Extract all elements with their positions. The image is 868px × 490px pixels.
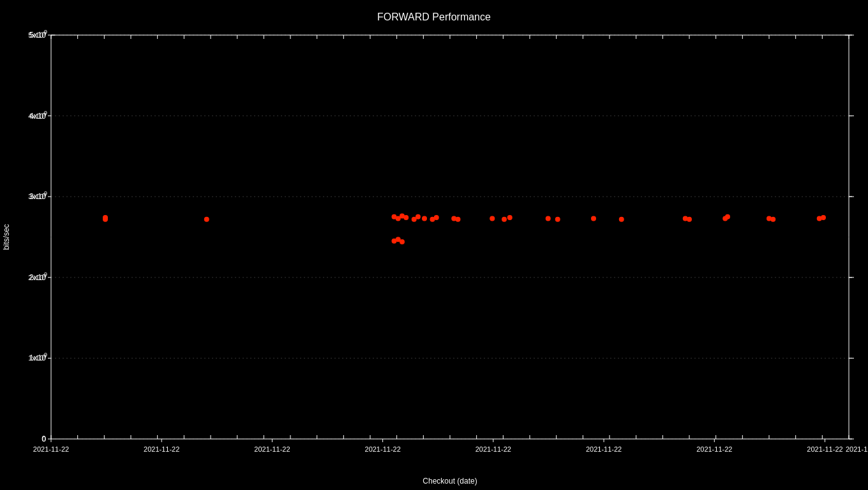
chart-canvas [0, 0, 868, 490]
chart-container [0, 0, 868, 490]
